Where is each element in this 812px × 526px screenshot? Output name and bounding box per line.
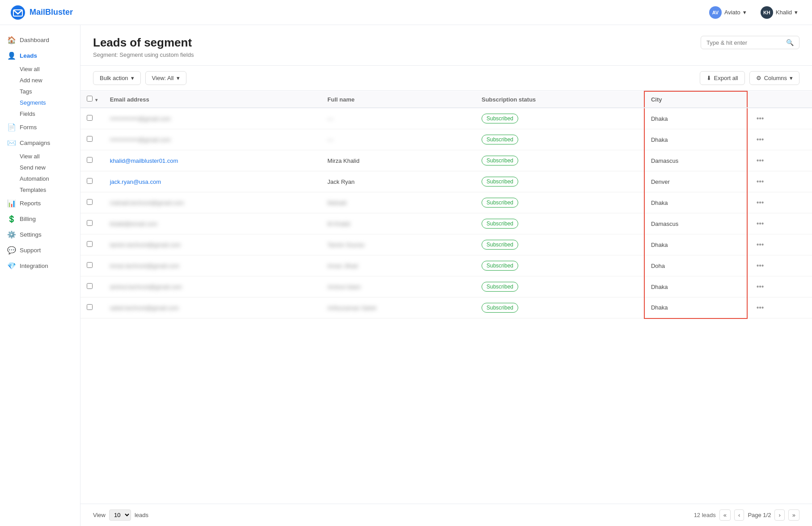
row-actions-btn-1[interactable]: ••• (754, 135, 767, 144)
row-actions-btn-0[interactable]: ••• (754, 114, 767, 123)
sidebar-label-settings: Settings (20, 231, 42, 238)
row-actions-btn-3[interactable]: ••• (754, 177, 767, 187)
row-email-4[interactable]: mahadi.techront@gmail.com (104, 192, 321, 213)
page-info: Page 1/2 (748, 512, 771, 518)
settings-icon: ⚙️ (7, 230, 15, 239)
row-actions-btn-7[interactable]: ••• (754, 261, 767, 271)
row-actions-btn-4[interactable]: ••• (754, 198, 767, 208)
sidebar-sub-segments[interactable]: Segments (0, 97, 80, 108)
row-email-7[interactable]: imran.techront@gmail.com (104, 255, 321, 276)
page-title: Leads of segment (93, 36, 194, 50)
row-email-0[interactable]: ••••••••••••••@gmail.com (104, 108, 321, 129)
khalid-user-pill[interactable]: KH Khalid ▾ (757, 4, 801, 21)
row-checkbox-0[interactable] (87, 115, 93, 121)
sidebar-sub-campaigns-view-all[interactable]: View all (0, 151, 80, 162)
email-link-1[interactable]: ••••••••••••••@gmail.com (110, 136, 171, 143)
email-link-7[interactable]: imran.techront@gmail.com (110, 263, 180, 269)
row-checkbox-3[interactable] (87, 178, 93, 184)
last-page-button[interactable]: » (788, 509, 799, 521)
row-name-4: Mahadi (321, 192, 475, 213)
row-checkbox-1[interactable] (87, 136, 93, 142)
export-all-button[interactable]: ⬇ Export all (700, 71, 745, 85)
logo-area: MailBluster (11, 5, 73, 20)
columns-button[interactable]: ⚙ Columns ▾ (749, 71, 799, 85)
sidebar-sub-send-new[interactable]: Send new (0, 162, 80, 173)
row-checkbox-5[interactable] (87, 220, 93, 226)
leads-label: leads (135, 512, 148, 518)
columns-icon: ⚙ (756, 75, 761, 81)
sidebar-item-support[interactable]: 💬 Support (0, 242, 80, 258)
per-page-select[interactable]: 10 25 50 (109, 509, 131, 521)
sidebar-sub-tags[interactable]: Tags (0, 86, 80, 97)
view-filter-chevron: ▾ (177, 75, 180, 81)
sidebar-item-billing[interactable]: 💲 Billing (0, 211, 80, 227)
aviato-user-pill[interactable]: AV Aviato ▾ (706, 4, 750, 21)
status-badge-3: Subscribed (482, 177, 518, 187)
email-link-2[interactable]: khalid@mailbluster01.com (110, 157, 178, 164)
select-all-checkbox[interactable] (87, 96, 93, 102)
sidebar-item-settings[interactable]: ⚙️ Settings (0, 227, 80, 242)
row-email-1[interactable]: ••••••••••••••@gmail.com (104, 129, 321, 150)
row-actions-btn-8[interactable]: ••• (754, 282, 767, 292)
row-checkbox-8[interactable] (87, 283, 93, 289)
sidebar-item-campaigns[interactable]: ✉️ Campaigns (0, 135, 80, 151)
row-actions-2: ••• (747, 150, 812, 171)
search-box[interactable]: 🔍 (701, 36, 799, 49)
first-page-button[interactable]: « (719, 509, 731, 521)
total-leads: 12 leads (694, 512, 716, 518)
email-link-4[interactable]: mahadi.techront@gmail.com (110, 199, 184, 206)
email-link-0[interactable]: ••••••••••••••@gmail.com (110, 115, 171, 122)
bulk-action-button[interactable]: Bulk action ▾ (93, 71, 141, 85)
row-city-0: Dhaka (644, 108, 747, 129)
row-checkbox-4[interactable] (87, 199, 93, 205)
sidebar-sub-fields[interactable]: Fields (0, 108, 80, 119)
row-status-2: Subscribed (475, 150, 644, 171)
view-filter-button[interactable]: View: All ▾ (145, 71, 186, 85)
row-checkbox-cell (80, 171, 104, 192)
row-actions-5: ••• (747, 213, 812, 234)
reports-icon: 📊 (7, 199, 15, 208)
sidebar-sub-view-all[interactable]: View all (0, 64, 80, 75)
view-filter-label: View: All (152, 75, 174, 81)
row-email-9[interactable]: sahel.techront@gmail.com (104, 297, 321, 318)
row-checkbox-6[interactable] (87, 241, 93, 247)
row-checkbox-7[interactable] (87, 262, 93, 268)
email-link-3[interactable]: jack.ryan@usa.com (110, 178, 161, 185)
columns-chevron: ▾ (790, 75, 793, 81)
sidebar-label-dashboard: Dashboard (20, 37, 49, 43)
sidebar-sub-add-new[interactable]: Add new (0, 75, 80, 86)
search-input[interactable] (706, 39, 782, 46)
email-link-8[interactable]: aminul.techront@gmail.com (110, 284, 182, 290)
row-checkbox-cell (80, 108, 104, 129)
footer-left: View 10 25 50 leads (93, 509, 148, 521)
sidebar-item-reports[interactable]: 📊 Reports (0, 195, 80, 211)
prev-page-button[interactable]: ‹ (734, 509, 744, 521)
row-email-6[interactable]: tamim.techront@gmail.com (104, 234, 321, 255)
row-actions-btn-9[interactable]: ••• (754, 303, 767, 313)
email-link-6[interactable]: tamim.techront@gmail.com (110, 242, 181, 248)
sidebar-sub-automation[interactable]: Automation (0, 173, 80, 184)
row-email-3[interactable]: jack.ryan@usa.com (104, 171, 321, 192)
status-badge-2: Subscribed (482, 156, 518, 165)
sidebar-item-dashboard[interactable]: 🏠 Dashboard (0, 32, 80, 48)
row-actions-btn-2[interactable]: ••• (754, 156, 767, 165)
status-badge-7: Subscribed (482, 261, 518, 271)
row-actions-btn-5[interactable]: ••• (754, 219, 767, 229)
email-link-5[interactable]: khalid@email.com (110, 221, 157, 227)
next-page-button[interactable]: › (774, 509, 784, 521)
row-actions-btn-6[interactable]: ••• (754, 240, 767, 250)
table-row: tamim.techront@gmail.com Tamim Sourav Su… (80, 234, 812, 255)
row-checkbox-9[interactable] (87, 304, 93, 310)
row-checkbox-2[interactable] (87, 157, 93, 163)
row-status-3: Subscribed (475, 171, 644, 192)
email-link-9[interactable]: sahel.techront@gmail.com (110, 305, 179, 311)
sidebar-item-forms[interactable]: 📄 Forms (0, 119, 80, 135)
row-email-8[interactable]: aminul.techront@gmail.com (104, 276, 321, 297)
row-email-2[interactable]: khalid@mailbluster01.com (104, 150, 321, 171)
row-email-5[interactable]: khalid@email.com (104, 213, 321, 234)
row-actions-0: ••• (747, 108, 812, 129)
sidebar-item-leads[interactable]: 👤 Leads (0, 48, 80, 64)
sidebar-sub-templates[interactable]: Templates (0, 184, 80, 195)
sidebar-item-integration[interactable]: 💎 Integration (0, 258, 80, 274)
row-status-4: Subscribed (475, 192, 644, 213)
